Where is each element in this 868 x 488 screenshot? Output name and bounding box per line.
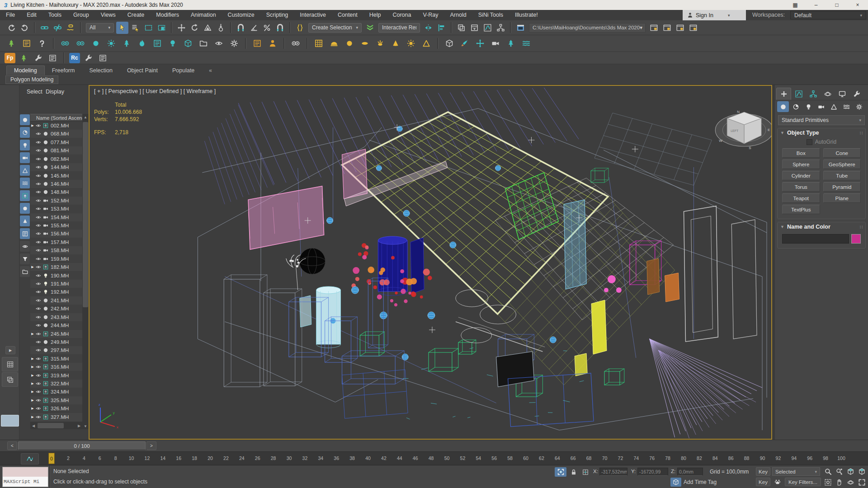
sign-in-button[interactable]: Sign In ▾: [683, 10, 746, 20]
cat-shapes[interactable]: [790, 101, 802, 112]
visibility-eye-icon[interactable]: [35, 215, 42, 220]
scroll-up-icon[interactable]: ▲: [82, 114, 89, 120]
tab-motion[interactable]: [821, 88, 835, 100]
vray-light-plane-icon[interactable]: [312, 37, 326, 50]
interactive-render-button[interactable]: Interactive Rende: [378, 23, 420, 33]
notes-icon[interactable]: [20, 37, 33, 50]
explorer-item-068.MH[interactable]: 068.MH: [30, 130, 82, 138]
script-doc-icon[interactable]: [250, 37, 264, 50]
forest-trees-icon[interactable]: [18, 52, 30, 64]
transform-tools-icon[interactable]: [473, 37, 487, 50]
pan-button[interactable]: [834, 478, 844, 487]
textplus-button[interactable]: TextPlus: [782, 205, 820, 214]
visibility-eye-icon[interactable]: [35, 140, 42, 145]
viewport-label[interactable]: [ + ] [ Perspective ] [ User Defined ] […: [94, 88, 216, 94]
corona-converter-icon[interactable]: [135, 37, 149, 50]
frame-tick-62[interactable]: 62: [539, 455, 544, 461]
visibility-eye-icon[interactable]: [35, 406, 42, 411]
add-time-tag[interactable]: Add Time Tag: [684, 479, 717, 485]
visibility-eye-icon[interactable]: [35, 381, 42, 386]
visibility-eye-icon[interactable]: [35, 181, 42, 187]
explorer-item-316.MH[interactable]: ▶316.MH: [30, 363, 82, 371]
visibility-eye-icon[interactable]: [35, 206, 42, 211]
visibility-eye-icon[interactable]: [35, 314, 42, 320]
cat-helpers[interactable]: [828, 101, 840, 112]
visibility-eye-icon[interactable]: [35, 414, 42, 420]
maximize-viewport-button[interactable]: [857, 478, 867, 487]
vscroll-thumb[interactable]: [83, 122, 88, 307]
frame-tick-26[interactable]: 26: [255, 455, 260, 461]
frame-tick-78[interactable]: 78: [665, 455, 670, 461]
named-selection-dropdown[interactable]: Create Selection Se▾: [308, 23, 362, 33]
frame-tick-18[interactable]: 18: [192, 455, 197, 461]
visibility-eye-icon[interactable]: [35, 231, 42, 236]
frame-tick-74[interactable]: 74: [633, 455, 639, 461]
frame-tick-20[interactable]: 20: [208, 455, 213, 461]
explorer-item-249.MH[interactable]: 249.MH: [30, 338, 82, 346]
filter-lights[interactable]: [20, 140, 30, 150]
angle-snap-button[interactable]: [248, 22, 260, 34]
material-library-icon[interactable]: [197, 37, 210, 50]
frame-tick-92[interactable]: 92: [776, 455, 781, 461]
align-button[interactable]: [435, 22, 448, 34]
frame-tick-4[interactable]: 4: [83, 455, 85, 461]
grass-scatter-icon[interactable]: [504, 37, 518, 50]
zoom-extents-all-button[interactable]: [857, 467, 867, 476]
unlink-selection-button[interactable]: [52, 22, 64, 34]
expand-arrow-icon[interactable]: ▶: [30, 357, 35, 361]
filter-containers[interactable]: [20, 228, 30, 239]
maximize-button[interactable]: □: [826, 0, 847, 10]
select-and-rotate-button[interactable]: [189, 22, 201, 34]
active-layout-tab[interactable]: [1, 415, 19, 427]
vray-light-dome-icon[interactable]: [327, 37, 341, 50]
frame-tick-68[interactable]: 68: [586, 455, 592, 461]
filter-folder[interactable]: [20, 266, 30, 277]
help-icon[interactable]: [35, 37, 49, 50]
corona-lister-icon[interactable]: [151, 37, 164, 50]
frame-tick-46[interactable]: 46: [413, 455, 418, 461]
visibility-eye-icon[interactable]: [35, 281, 42, 286]
explorer-column-header[interactable]: Name (Sorted Ascending): [30, 114, 82, 122]
next-frame-button[interactable]: >: [146, 441, 156, 450]
forest-pack-chip[interactable]: Fp: [5, 53, 15, 63]
plane-button[interactable]: Plane: [823, 193, 861, 203]
explorer-item-319.MH[interactable]: ▶319.MH: [30, 371, 82, 380]
visibility-eye-icon[interactable]: [35, 306, 42, 311]
visibility-eye-icon[interactable]: [35, 173, 42, 178]
expand-arrow-icon[interactable]: ▶: [30, 265, 35, 269]
visibility-eye-icon[interactable]: [35, 123, 42, 128]
object-type-header[interactable]: ▼ Object Type ∷: [778, 128, 865, 137]
proxy-cube-icon[interactable]: [443, 37, 456, 50]
autogrid-checkbox[interactable]: [807, 139, 812, 145]
explorer-item-242.MH[interactable]: 242.MH: [30, 305, 82, 313]
pyramid-button[interactable]: Pyramid: [823, 182, 861, 192]
filter-geometry[interactable]: [20, 114, 30, 125]
filter-groups[interactable]: [20, 190, 30, 201]
explorer-item-145.MH[interactable]: 145.MH: [30, 172, 82, 180]
selection-region-button[interactable]: [142, 22, 155, 34]
expand-arrow-icon[interactable]: ▶: [30, 374, 35, 377]
auto-key-button[interactable]: Key: [756, 467, 770, 476]
visibility-eye-icon[interactable]: [35, 339, 42, 345]
frame-tick-6[interactable]: 6: [99, 455, 101, 461]
explorer-item-322.MH[interactable]: ▶322.MH: [30, 380, 82, 388]
vray-light-cone-icon[interactable]: [389, 37, 402, 50]
frame-tick-2[interactable]: 2: [67, 455, 70, 461]
category-dropdown[interactable]: Standard Primitives ▾: [778, 115, 865, 125]
explorer-item-156.MH[interactable]: 156.MH: [30, 230, 82, 238]
explorer-item-182.MH[interactable]: ▶182.MH: [30, 263, 82, 271]
filter-cameras[interactable]: [20, 152, 30, 163]
tab-hierarchy[interactable]: [806, 88, 820, 100]
explorer-item-325.MH[interactable]: ▶325.MH: [30, 396, 82, 404]
railclone-lister-icon[interactable]: [97, 52, 109, 64]
frame-tick-40[interactable]: 40: [365, 455, 371, 461]
frame-tick-72[interactable]: 72: [618, 455, 623, 461]
menu-group[interactable]: Group: [67, 10, 95, 20]
explorer-item-077.MH[interactable]: 077.MH: [30, 138, 82, 146]
schematic-view-button[interactable]: [495, 22, 507, 34]
frame-tick-42[interactable]: 42: [381, 455, 387, 461]
box-button[interactable]: Box: [782, 148, 820, 158]
select-and-scale-button[interactable]: [202, 22, 214, 34]
scroll-left-icon[interactable]: ◀: [30, 422, 37, 429]
bind-to-spacewarp-button[interactable]: [65, 22, 77, 34]
